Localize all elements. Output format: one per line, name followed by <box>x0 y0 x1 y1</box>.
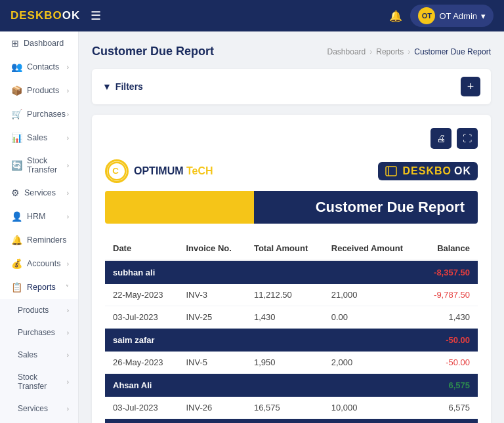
report-letterhead: C OPTIMUM TeCH DESKBOOK <box>105 159 478 183</box>
user-menu[interactable]: OT OT Admin ▾ <box>410 5 494 27</box>
group-balance: 6,575 <box>421 374 478 397</box>
sidebar-item-reports[interactable]: 📋Reports ˅ <box>0 275 78 299</box>
accounts-icon: 💰 <box>11 258 22 269</box>
cell-invoice: INV-26 <box>178 397 245 419</box>
bell-icon[interactable]: 🔔 <box>389 10 402 22</box>
report-title: Customer Due Report <box>316 199 465 216</box>
sidebar-item-purchases[interactable]: 🛒Purchases › <box>0 102 78 126</box>
table-row: 03-Jul-2023 INV-26 16,575 10,000 6,575 <box>105 397 478 419</box>
services-icon: ⚙ <box>11 188 20 198</box>
company-name-text: OPTIMUM TeCH <box>134 165 213 177</box>
chevron-right-icon: › <box>67 64 69 71</box>
chevron-right-icon: › <box>67 405 69 413</box>
main-content: Customer Due Report Dashboard › Reports … <box>79 31 504 423</box>
col-total: Total Amount <box>246 237 324 260</box>
reports-submenu: Products › Purchases › Sales › Stock Tra… <box>0 299 78 423</box>
reports-icon: 📋 <box>11 282 22 292</box>
sidebar-item-sales[interactable]: 📊Sales › <box>0 126 78 150</box>
header-right: 🔔 OT OT Admin ▾ <box>389 5 494 27</box>
hamburger-menu[interactable]: ☰ <box>91 9 101 23</box>
table-row: 22-May-2023 INV-3 11,212.50 21,000 -9,78… <box>105 284 478 306</box>
group-balance: -8,357.50 <box>421 260 478 284</box>
breadcrumb-sep-2: › <box>408 47 410 56</box>
table-header-row: Date Invoice No. Total Amount Received A… <box>105 237 478 260</box>
page-title: Customer Due Report <box>92 45 214 58</box>
report-actions: 🖨 ⛶ <box>105 128 478 149</box>
cell-balance: -9,787.50 <box>421 284 478 306</box>
breadcrumb-reports[interactable]: Reports <box>376 47 404 56</box>
sidebar-item-hrm[interactable]: 👤HRM › <box>0 205 78 228</box>
sidebar-item-reminders[interactable]: 🔔Reminders <box>0 228 78 252</box>
header-left: DESKBOOK ☰ <box>10 9 101 23</box>
deskbook-logo-box: DESKBOOK <box>378 162 478 180</box>
chevron-right-icon: › <box>67 352 69 359</box>
sidebar-sub-item-sales[interactable]: Sales › <box>0 344 78 366</box>
company-logo-circle: C <box>105 159 129 183</box>
filter-text: Filters <box>116 81 143 92</box>
sidebar-label: Sales <box>27 133 47 142</box>
contacts-icon: 👥 <box>11 62 22 72</box>
sidebar-label: Accounts <box>27 259 60 268</box>
company-name-suffix: TeCH <box>186 165 213 176</box>
cell-invoice: INV-5 <box>178 352 245 374</box>
sidebar-item-products[interactable]: 📦Products › <box>0 79 78 102</box>
sidebar-label: Contacts <box>27 62 59 71</box>
chevron-right-icon: › <box>67 378 69 386</box>
cell-invoice: INV-3 <box>178 284 245 306</box>
col-balance: Balance <box>421 237 478 260</box>
print-icon: 🖨 <box>436 133 446 144</box>
deskbook-name-end: OK <box>454 165 471 177</box>
sidebar-sub-label: Stock Transfer <box>18 373 67 391</box>
chevron-right-icon: › <box>67 213 69 220</box>
table-row: 26-May-2023 INV-5 1,950 2,000 -50.00 <box>105 352 478 374</box>
group-balance: -50.00 <box>421 329 478 352</box>
cell-balance: -50.00 <box>421 352 478 374</box>
sidebar-sub-item-hrm[interactable]: HRM › <box>0 420 78 423</box>
group-balance: 10,000 <box>421 419 478 424</box>
chevron-right-icon: › <box>67 329 69 336</box>
top-header: DESKBOOK ☰ 🔔 OT OT Admin ▾ <box>0 0 504 31</box>
filter-label: ▼ Filters <box>102 81 143 92</box>
page-header: Customer Due Report Dashboard › Reports … <box>92 45 491 58</box>
cell-total: 16,575 <box>246 397 324 419</box>
add-filter-button[interactable]: + <box>461 77 480 96</box>
chevron-right-icon: › <box>67 307 69 314</box>
col-invoice: Invoice No. <box>178 237 245 260</box>
sidebar: ⊞Dashboard 👥Contacts › 📦Products › 🛒Purc… <box>0 31 79 423</box>
chevron-right-icon: › <box>67 190 69 197</box>
sidebar-label: Reports <box>27 283 56 292</box>
print-button[interactable]: 🖨 <box>430 128 452 149</box>
chevron-down-icon: ˅ <box>66 284 69 291</box>
sidebar-item-stock-transfer[interactable]: 🔄Stock Transfer › <box>0 150 78 181</box>
chevron-down-icon: ▾ <box>481 11 486 21</box>
breadcrumb-dashboard[interactable]: Dashboard <box>327 47 366 56</box>
sidebar-item-accounts[interactable]: 💰Accounts › <box>0 252 78 275</box>
sidebar-sub-item-products[interactable]: Products › <box>0 299 78 321</box>
filter-icon: ▼ <box>102 81 112 92</box>
svg-text:C: C <box>112 166 119 176</box>
sidebar-item-dashboard[interactable]: ⊞Dashboard <box>0 31 78 55</box>
sidebar-sub-item-services[interactable]: Services › <box>0 397 78 420</box>
cell-balance: 1,430 <box>421 306 478 329</box>
sidebar-item-services[interactable]: ⚙Services › <box>0 181 78 205</box>
group-header-row: Mohsin Amjad 10,000 <box>105 419 478 424</box>
sidebar-sub-label: Products <box>18 306 49 315</box>
cell-balance: 6,575 <box>421 397 478 419</box>
col-date: Date <box>105 237 178 260</box>
cell-received: 10,000 <box>324 397 421 419</box>
cell-invoice: INV-25 <box>178 306 245 329</box>
group-name: Mohsin Amjad <box>105 419 421 424</box>
deskbook-name: DESKBO <box>403 165 452 177</box>
chevron-right-icon: › <box>67 87 69 94</box>
company-logo: C OPTIMUM TeCH <box>105 159 213 183</box>
sidebar-sub-item-purchases[interactable]: Purchases › <box>0 321 78 344</box>
svg-rect-2 <box>386 167 396 176</box>
expand-button[interactable]: ⛶ <box>457 128 478 149</box>
sidebar-sub-item-stock-transfer[interactable]: Stock Transfer › <box>0 366 78 397</box>
sidebar-item-contacts[interactable]: 👥Contacts › <box>0 55 78 79</box>
table-row: 03-Jul-2023 INV-25 1,430 0.00 1,430 <box>105 306 478 329</box>
breadcrumb-sep-1: › <box>369 47 372 56</box>
products-icon: 📦 <box>11 85 22 96</box>
cell-total: 1,950 <box>246 352 324 374</box>
col-received: Received Amount <box>324 237 421 260</box>
